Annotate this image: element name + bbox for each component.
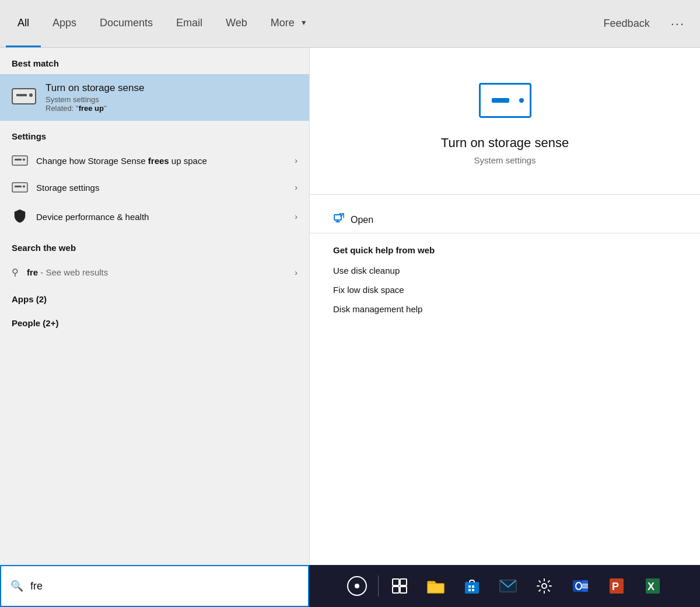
settings-button[interactable]	[529, 571, 559, 601]
tab-all-label: All	[18, 17, 29, 29]
settings-label: Settings	[0, 121, 309, 147]
svg-rect-11	[400, 579, 407, 585]
web-label: Search the web	[0, 232, 309, 259]
store-button[interactable]	[457, 571, 487, 601]
help-section: Get quick help from web Use disk cleanup…	[310, 233, 700, 335]
svg-rect-4	[15, 159, 22, 161]
outlook-button[interactable]	[565, 571, 596, 601]
help-link-1[interactable]: Use disk cleanup	[333, 266, 677, 275]
left-panel: Best match Turn on storage sense System …	[0, 48, 309, 565]
svg-rect-17	[468, 589, 471, 591]
related-keyword: free up	[79, 104, 104, 113]
tab-more[interactable]: More ▼	[259, 0, 319, 47]
tab-apps[interactable]: Apps	[41, 0, 88, 47]
settings-item-storage-sense[interactable]: Change how Storage Sense frees up space …	[0, 147, 309, 174]
tab-web-label: Web	[226, 17, 247, 29]
help-link-3[interactable]: Disk management help	[333, 304, 677, 314]
svg-rect-10	[393, 579, 399, 585]
mail-button[interactable]	[493, 571, 523, 601]
tab-apps-label: Apps	[52, 17, 76, 29]
file-explorer-button[interactable]	[421, 571, 451, 601]
storage-icon-1	[12, 155, 28, 166]
storage-icon-2	[12, 182, 28, 193]
windows-circle-inner	[355, 584, 359, 588]
taskbar-icons: P X	[309, 571, 700, 601]
storage-sense-label: Change how Storage Sense frees up space	[36, 156, 286, 166]
svg-rect-13	[400, 587, 407, 593]
best-match-item[interactable]: Turn on storage sense System settings Re…	[0, 74, 309, 121]
taskbar: 🔍 fre	[0, 565, 700, 607]
task-view-button[interactable]	[384, 571, 415, 601]
tab-documents[interactable]: Documents	[88, 0, 164, 47]
right-panel: Turn on storage sense System settings Op…	[309, 48, 700, 565]
tab-email-label: Email	[176, 17, 202, 29]
tab-email[interactable]: Email	[164, 0, 214, 47]
search-icon: ⚲	[12, 267, 19, 278]
svg-rect-16	[472, 585, 474, 588]
detail-storage-icon	[479, 83, 531, 118]
web-search-item[interactable]: ⚲ fre - See web results ›	[0, 259, 309, 286]
svg-text:X: X	[648, 581, 654, 592]
apps-label[interactable]: Apps (2)	[0, 286, 309, 310]
best-match-subtitle: System settings	[46, 95, 144, 104]
taskbar-divider	[378, 575, 379, 596]
best-match-related: Related: "free up"	[46, 104, 144, 113]
people-label[interactable]: People (2+)	[0, 310, 309, 334]
svg-rect-15	[468, 585, 471, 588]
open-label: Open	[351, 215, 373, 225]
web-arrow-icon: ›	[295, 268, 298, 277]
storage-settings-label: Storage settings	[36, 183, 286, 193]
best-match-label: Best match	[0, 48, 309, 74]
feedback-label: Feedback	[604, 18, 650, 30]
svg-point-2	[29, 93, 33, 97]
arrow-icon-2: ›	[295, 183, 298, 192]
svg-point-22	[542, 584, 547, 588]
web-search-text: fre - See web results	[27, 267, 286, 277]
svg-rect-1	[16, 94, 27, 96]
feedback-button[interactable]: Feedback	[592, 0, 662, 47]
tab-web[interactable]: Web	[214, 0, 259, 47]
arrow-icon-1: ›	[295, 156, 298, 165]
svg-text:P: P	[612, 581, 619, 592]
svg-rect-7	[15, 186, 22, 187]
more-dots-icon: ···	[671, 16, 685, 32]
detail-divider	[310, 194, 700, 195]
right-detail: Turn on storage sense System settings	[310, 48, 700, 183]
best-match-text: Turn on storage sense System settings Re…	[46, 82, 144, 113]
windows-circle-icon	[347, 576, 367, 596]
best-match-title: Turn on storage sense	[46, 82, 144, 94]
svg-rect-9	[334, 215, 341, 220]
open-icon	[333, 212, 345, 227]
tab-more-label: More	[271, 17, 295, 29]
svg-point-8	[23, 186, 25, 188]
svg-point-5	[23, 159, 25, 161]
svg-rect-12	[393, 587, 399, 593]
storage-sense-icon	[12, 88, 36, 107]
excel-button[interactable]: X	[638, 571, 668, 601]
web-see-results: - See web results	[38, 267, 108, 277]
open-button[interactable]: Open	[310, 207, 700, 233]
settings-item-storage[interactable]: Storage settings ›	[0, 174, 309, 201]
help-title: Get quick help from web	[333, 245, 677, 255]
detail-icon-bar	[492, 98, 509, 103]
web-query: fre	[27, 267, 38, 277]
settings-item-device[interactable]: Device performance & health ›	[0, 201, 309, 232]
device-performance-label: Device performance & health	[36, 212, 286, 222]
taskbar-search-text: fre	[30, 580, 43, 592]
arrow-icon-3: ›	[295, 212, 298, 221]
top-nav: All Apps Documents Email Web More ▼ Feed…	[0, 0, 700, 48]
taskbar-search[interactable]: 🔍 fre	[0, 565, 309, 607]
more-options-button[interactable]: ···	[662, 0, 694, 47]
chevron-down-icon: ▼	[300, 19, 307, 27]
main-content: Best match Turn on storage sense System …	[0, 48, 700, 565]
taskbar-search-icon: 🔍	[10, 580, 23, 592]
powerpoint-button[interactable]: P	[601, 571, 632, 601]
detail-title: Turn on storage sense	[441, 135, 569, 151]
svg-rect-18	[472, 589, 474, 591]
shield-icon	[12, 209, 28, 224]
tab-documents-label: Documents	[100, 17, 153, 29]
start-button[interactable]	[342, 571, 372, 601]
help-link-2[interactable]: Fix low disk space	[333, 285, 677, 295]
detail-subtitle: System settings	[474, 155, 536, 165]
tab-all[interactable]: All	[6, 0, 41, 47]
